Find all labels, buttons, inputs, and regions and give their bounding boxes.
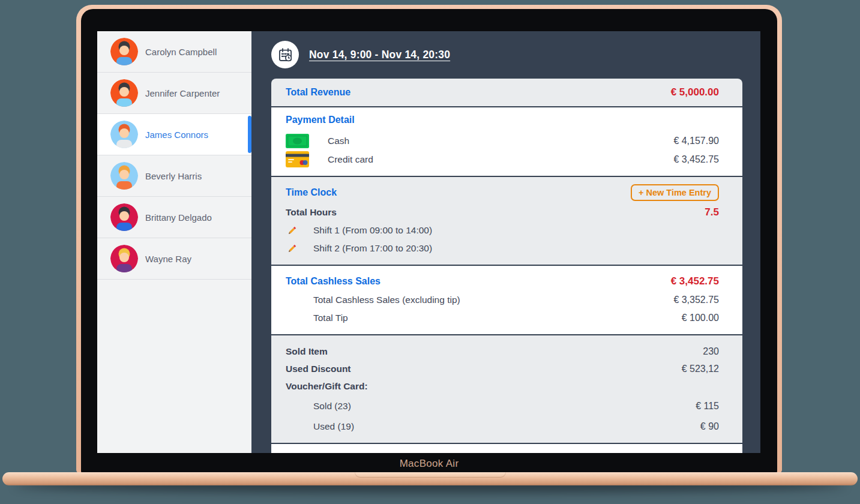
row-value: € 3,352.75 — [673, 295, 719, 305]
payment-method-value: € 3,452.75 — [673, 154, 719, 165]
section-title: Total Cashless Sales — [286, 276, 380, 287]
employee-name: Jennifer Carpenter — [145, 88, 220, 98]
shift-label: Shift 2 (From 17:00 to 20:30) — [313, 243, 432, 254]
laptop-screen-frame: Carolyn Campbell Jennife — [76, 5, 782, 473]
voucher-used-row: Used (19) € 90 — [286, 418, 719, 436]
selected-indicator — [248, 116, 251, 153]
cash-icon — [286, 134, 309, 148]
row-value: € 100.00 — [682, 313, 719, 323]
total-hours-label: Total Hours — [286, 207, 337, 218]
row-value: € 523,12 — [682, 364, 719, 374]
sold-items-section: Sold Item 230 Used Discount € 523,12 Vou… — [271, 335, 742, 443]
report-panel: Nov 14, 9:00 - Nov 14, 20:30 Total Reven… — [251, 31, 760, 453]
total-revenue-value: € 5,000.00 — [671, 86, 719, 98]
report-card-stack: Total Revenue € 5,000.00 Payment Detail — [271, 79, 742, 453]
laptop-base-notch — [355, 472, 506, 478]
scene: Carolyn Campbell Jennife — [0, 0, 860, 504]
employee-name: James Connors — [145, 130, 208, 140]
row-value: 230 — [703, 346, 719, 357]
row-label: Sold (23) — [286, 401, 351, 412]
employee-name: Carolyn Campbell — [145, 47, 217, 57]
payment-detail-section: Payment Detail — [271, 107, 742, 176]
employee-sidebar: Carolyn Campbell Jennife — [97, 31, 251, 453]
row-label: Voucher/Gift Card: — [286, 381, 368, 392]
employee-name: Wayne Ray — [145, 254, 191, 264]
row-label: Total Tip — [286, 313, 348, 323]
shift-label: Shift 1 (From 09:00 to 14:00) — [313, 225, 432, 236]
sidebar-item-james-connors[interactable]: James Connors — [97, 114, 251, 155]
date-range-link[interactable]: Nov 14, 9:00 - Nov 14, 20:30 — [309, 49, 450, 61]
payment-method-label: Cash — [328, 136, 349, 146]
app-window: Carolyn Campbell Jennife — [97, 31, 760, 453]
row-label: Total Cashless Sales (excluding tip) — [286, 295, 460, 305]
sidebar-item-carolyn-campbell[interactable]: Carolyn Campbell — [97, 31, 251, 73]
total-revenue-section: Total Revenue € 5,000.00 — [271, 79, 742, 106]
screen-bezel: Carolyn Campbell Jennife — [81, 9, 777, 473]
macbook-air-label: MacBook Air — [81, 458, 777, 470]
payment-method-value: € 4,157.90 — [673, 136, 719, 146]
payment-method-label: Credit card — [328, 154, 373, 165]
row-label: Sold Item — [286, 346, 328, 357]
row-value: € 115 — [696, 401, 719, 412]
avatar — [110, 162, 138, 190]
row-value: € 90 — [700, 421, 719, 432]
total-tip-row: Total Tip € 100.00 — [286, 309, 719, 327]
shift-row-1: Shift 1 (From 09:00 to 14:00) — [286, 221, 719, 239]
shift-row-2: Shift 2 (From 17:00 to 20:30) — [286, 239, 719, 257]
new-time-entry-button[interactable]: + New Time Entry — [631, 184, 719, 201]
total-hours-value: 7.5 — [705, 206, 719, 218]
credit-card-icon — [286, 151, 309, 167]
row-label: Used Discount — [286, 364, 351, 374]
avatar — [110, 203, 138, 231]
calendar-icon[interactable] — [271, 41, 299, 68]
edit-pencil-icon[interactable] — [287, 244, 297, 253]
row-label: Used (19) — [286, 421, 354, 432]
avatar — [110, 245, 138, 272]
sidebar-item-brittany-delgado[interactable]: Brittany Delgado — [97, 197, 251, 238]
employee-name: Brittany Delgado — [145, 212, 212, 223]
cashless-total-value: € 3,452.75 — [671, 275, 719, 287]
sidebar-item-beverly-harris[interactable]: Beverly Harris — [97, 155, 251, 197]
section-title: Payment Detail — [286, 115, 355, 125]
avatar — [110, 79, 138, 107]
voucher-sold-row: Sold (23) € 115 — [286, 397, 719, 415]
laptop-base — [2, 472, 858, 485]
cashless-sales-section: Total Cashless Sales € 3,452.75 Total Ca… — [271, 266, 742, 334]
section-title: Time Clock — [286, 187, 337, 198]
avatar — [110, 121, 138, 148]
voucher-gift-card-row: Voucher/Gift Card: — [286, 377, 719, 395]
sidebar-item-wayne-ray[interactable]: Wayne Ray — [97, 238, 251, 280]
sold-item-row: Sold Item 230 — [286, 343, 719, 360]
date-range-header: Nov 14, 9:00 - Nov 14, 20:30 — [271, 41, 742, 68]
returned-total-section: Returned Total € 25.00 — [271, 444, 742, 453]
time-clock-section: Time Clock + New Time Entry Total Hours … — [271, 177, 742, 265]
cashless-excluding-tip-row: Total Cashless Sales (excluding tip) € 3… — [286, 291, 719, 309]
sidebar-item-jennifer-carpenter[interactable]: Jennifer Carpenter — [97, 73, 251, 114]
payment-row-cash: Cash € 4,157.90 — [286, 131, 719, 150]
used-discount-row: Used Discount € 523,12 — [286, 360, 719, 377]
edit-pencil-icon[interactable] — [287, 226, 297, 235]
payment-row-credit-card: Credit card € 3,452.75 — [286, 150, 719, 169]
section-title: Total Revenue — [286, 87, 350, 98]
avatar — [110, 38, 138, 65]
employee-name: Beverly Harris — [145, 171, 202, 181]
